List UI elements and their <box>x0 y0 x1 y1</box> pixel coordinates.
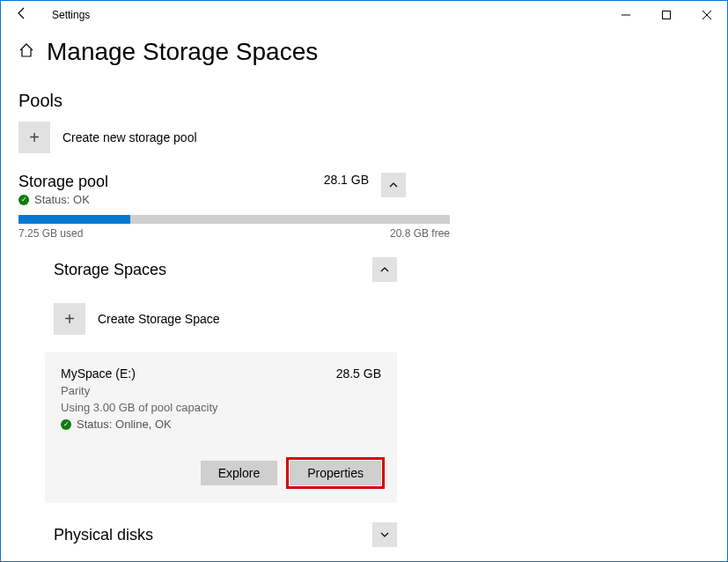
collapse-spaces-button[interactable] <box>372 257 397 282</box>
status-ok-icon: ✓ <box>18 195 29 205</box>
maximize-button[interactable] <box>646 1 687 29</box>
create-space-label: Create Storage Space <box>98 312 220 326</box>
home-icon[interactable] <box>18 42 34 63</box>
space-capacity: Using 3.00 GB of pool capacity <box>61 401 336 414</box>
chevron-up-icon <box>379 264 390 275</box>
pool-size: 28.1 GB <box>324 173 381 187</box>
plus-icon: + <box>64 309 75 329</box>
storage-space-item: MySpace (E:) Parity Using 3.00 GB of poo… <box>45 352 397 503</box>
free-label: 20.8 GB free <box>390 227 450 240</box>
page-title: Manage Storage Spaces <box>47 38 318 66</box>
explore-button[interactable]: Explore <box>201 461 277 485</box>
pool-status: Status: OK <box>34 193 90 206</box>
expand-physical-button[interactable] <box>372 522 397 547</box>
storage-spaces-heading: Storage Spaces <box>54 261 372 279</box>
window-title: Settings <box>36 9 90 21</box>
create-space-button[interactable]: + <box>54 303 85 335</box>
space-size: 28.5 GB <box>336 366 381 431</box>
collapse-pool-button[interactable] <box>381 173 406 197</box>
space-type: Parity <box>61 384 336 397</box>
properties-button[interactable]: Properties <box>290 461 381 485</box>
space-status: Status: Online, OK <box>77 418 172 431</box>
close-button[interactable] <box>687 1 727 29</box>
create-pool-label: Create new storage pool <box>63 130 197 144</box>
back-button[interactable] <box>8 6 36 24</box>
usage-fill <box>18 215 130 224</box>
usage-bar <box>18 215 450 224</box>
physical-disks-heading: Physical disks <box>54 526 372 544</box>
space-name: MySpace (E:) <box>61 366 336 381</box>
create-pool-button[interactable]: + <box>18 122 50 153</box>
svg-rect-1 <box>663 11 671 19</box>
status-ok-icon: ✓ <box>61 419 71 430</box>
plus-icon: + <box>29 128 40 148</box>
pools-heading: Pools <box>18 91 710 111</box>
used-label: 7.25 GB used <box>18 227 83 240</box>
minimize-button[interactable] <box>606 1 646 29</box>
chevron-up-icon <box>388 180 399 190</box>
pool-name: Storage pool <box>18 173 324 191</box>
chevron-down-icon <box>379 529 390 540</box>
